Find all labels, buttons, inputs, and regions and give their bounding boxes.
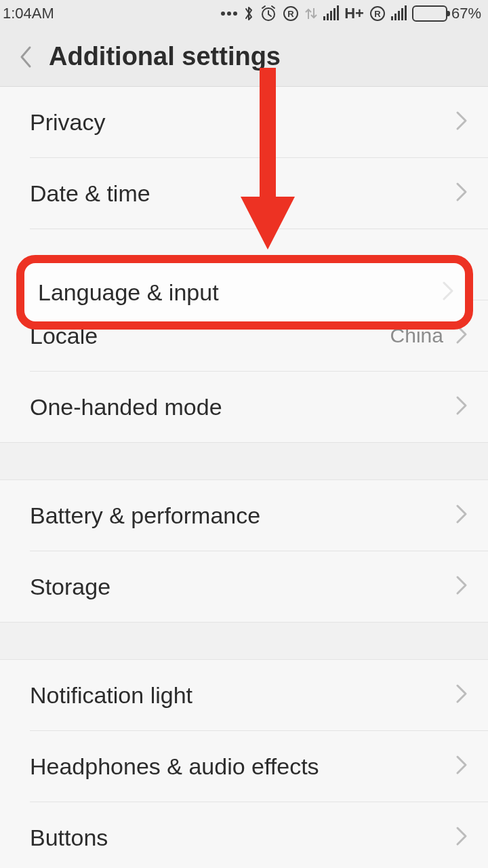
chevron-left-icon [18, 43, 34, 71]
bluetooth-icon [243, 5, 254, 22]
battery-percent: 67% [451, 5, 481, 22]
chevron-right-icon [455, 110, 468, 134]
row-privacy[interactable]: Privacy [0, 87, 488, 157]
row-storage[interactable]: Storage [0, 551, 488, 622]
row-buttons[interactable]: Buttons [0, 802, 488, 868]
svg-point-0 [221, 12, 225, 16]
network-type: H+ [344, 5, 364, 22]
row-label: Language & input [38, 279, 442, 306]
registered-icon: R [283, 5, 299, 22]
signal-icon-1 [323, 7, 339, 20]
svg-text:R: R [288, 9, 295, 19]
row-label: Privacy [30, 109, 455, 136]
section-gap [0, 442, 488, 480]
registered-icon-2: R [369, 5, 386, 22]
chevron-right-icon [455, 825, 468, 850]
battery-indicator: 67% [412, 5, 481, 22]
row-language-input[interactable]: Language & input [16, 255, 473, 330]
svg-point-1 [227, 12, 231, 16]
section-gap [0, 622, 488, 660]
settings-group-3: Notification light Headphones & audio ef… [0, 660, 488, 868]
chevron-right-icon [455, 181, 468, 205]
row-date-time[interactable]: Date & time [0, 158, 488, 229]
data-transfer-icon [304, 5, 318, 22]
settings-group-2: Battery & performance Storage [0, 480, 488, 622]
svg-point-2 [233, 12, 237, 16]
row-label: Date & time [30, 180, 455, 207]
chevron-right-icon [455, 683, 468, 707]
alarm-icon [260, 5, 277, 22]
row-one-handed-mode[interactable]: One-handed mode [0, 372, 488, 442]
header-bar: Additional settings [0, 27, 488, 87]
row-label: One-handed mode [30, 394, 455, 420]
signal-icon-2 [391, 7, 407, 20]
more-icon [220, 11, 238, 16]
row-label: Notification light [30, 682, 455, 709]
row-label: Battery & performance [30, 502, 455, 529]
status-right: R H+ R 67% [220, 5, 481, 22]
status-time: 1:04AM [3, 5, 54, 22]
page-title: Additional settings [49, 42, 281, 71]
chevron-right-icon [455, 574, 468, 599]
row-battery-performance[interactable]: Battery & performance [0, 480, 488, 551]
row-label: Buttons [30, 825, 455, 851]
chevron-right-icon [455, 395, 468, 419]
status-bar: 1:04AM R H+ R 67% [0, 0, 488, 27]
back-button[interactable] [5, 37, 46, 77]
chevron-right-icon [442, 280, 454, 304]
divider [30, 229, 488, 229]
chevron-right-icon [455, 503, 468, 528]
chevron-right-icon [455, 754, 468, 778]
row-notification-light[interactable]: Notification light [0, 660, 488, 730]
row-label: Headphones & audio effects [30, 753, 455, 780]
svg-text:R: R [374, 9, 381, 19]
row-label: Storage [30, 574, 455, 600]
row-headphones-audio[interactable]: Headphones & audio effects [0, 731, 488, 802]
